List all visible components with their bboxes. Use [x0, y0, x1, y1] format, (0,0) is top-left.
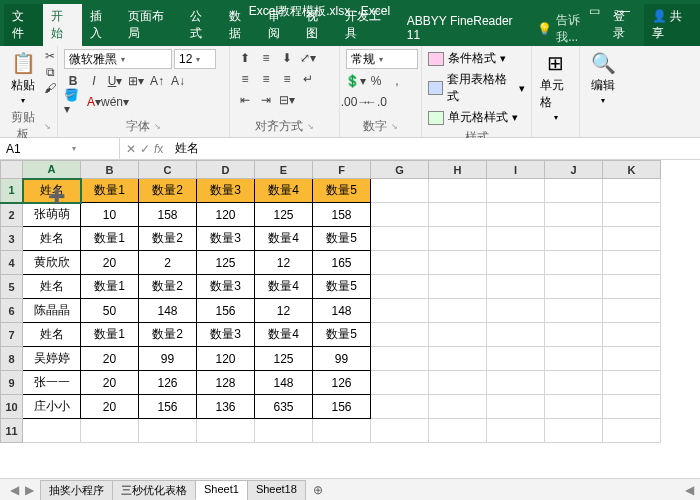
cell[interactable]: 数量4 [255, 227, 313, 251]
tell-me[interactable]: 💡告诉我... [531, 12, 605, 46]
col-header[interactable]: H [429, 161, 487, 179]
cell[interactable] [603, 179, 661, 203]
cell[interactable]: 数量5 [313, 275, 371, 299]
font-size-combo[interactable]: 12▾ [174, 49, 216, 69]
tab-abbyy[interactable]: ABBYY FineReader 11 [399, 10, 531, 46]
sheet-tab[interactable]: 抽奖小程序 [40, 480, 113, 500]
cell[interactable] [487, 179, 545, 203]
cell[interactable] [23, 419, 81, 443]
cell[interactable] [313, 419, 371, 443]
cell[interactable]: 数量5 [313, 179, 371, 203]
row-header[interactable]: 8 [1, 347, 23, 371]
cell[interactable] [545, 275, 603, 299]
col-header[interactable]: K [603, 161, 661, 179]
wrap-text-icon[interactable]: ↵ [299, 70, 317, 88]
cell[interactable]: 数量1 [81, 323, 139, 347]
cell[interactable] [487, 299, 545, 323]
chevron-down-icon[interactable]: ▾ [21, 96, 25, 105]
border-icon[interactable]: ⊞▾ [127, 72, 145, 90]
cell[interactable]: 数量2 [139, 227, 197, 251]
cell[interactable] [603, 203, 661, 227]
cell[interactable]: 20 [81, 347, 139, 371]
chevron-down-icon[interactable]: ▾ [379, 55, 383, 64]
cell[interactable] [603, 323, 661, 347]
chevron-down-icon[interactable]: ▾ [196, 55, 200, 64]
col-header[interactable]: C [139, 161, 197, 179]
row-header[interactable]: 4 [1, 251, 23, 275]
fx-icon[interactable]: fx [154, 142, 163, 156]
tab-layout[interactable]: 页面布局 [120, 4, 182, 46]
cell[interactable] [429, 419, 487, 443]
cell[interactable]: 50 [81, 299, 139, 323]
align-right-icon[interactable]: ≡ [278, 70, 296, 88]
tab-insert[interactable]: 插入 [82, 4, 121, 46]
cell[interactable]: 148 [255, 371, 313, 395]
align-bottom-icon[interactable]: ⬇ [278, 49, 296, 67]
col-header[interactable]: D [197, 161, 255, 179]
cell[interactable] [371, 179, 429, 203]
decrease-indent-icon[interactable]: ⇤ [236, 91, 254, 109]
cell[interactable]: 156 [313, 395, 371, 419]
copy-icon[interactable]: ⧉ [46, 65, 55, 79]
cell[interactable]: 148 [313, 299, 371, 323]
cell[interactable] [487, 371, 545, 395]
cell[interactable] [371, 347, 429, 371]
cell[interactable] [487, 203, 545, 227]
align-center-icon[interactable]: ≡ [257, 70, 275, 88]
dialog-launcher-icon[interactable]: ↘ [154, 122, 161, 131]
cell[interactable] [371, 203, 429, 227]
cell[interactable]: 数量3 [197, 179, 255, 203]
row-header[interactable]: 11 [1, 419, 23, 443]
cell[interactable]: 20 [81, 251, 139, 275]
cell[interactable]: 张萌萌 [23, 203, 81, 227]
cell[interactable]: 148 [139, 299, 197, 323]
sheet-tab[interactable]: Sheet1 [195, 480, 248, 500]
enter-formula-icon[interactable]: ✓ [140, 142, 150, 156]
login-button[interactable]: 登录 [605, 4, 644, 46]
cell[interactable]: 数量2 [139, 179, 197, 203]
cell[interactable] [487, 275, 545, 299]
increase-decimal-icon[interactable]: .00→ [346, 93, 364, 111]
cell[interactable]: 数量3 [197, 275, 255, 299]
cell[interactable] [429, 347, 487, 371]
cell[interactable]: 庄小小 [23, 395, 81, 419]
cell[interactable] [371, 227, 429, 251]
cell[interactable]: 数量3 [197, 227, 255, 251]
cell[interactable]: 125 [255, 203, 313, 227]
cell[interactable] [429, 371, 487, 395]
chevron-down-icon[interactable]: ▾ [554, 113, 558, 122]
col-header[interactable]: A [23, 161, 81, 179]
tab-home[interactable]: 开始 [43, 4, 82, 46]
cell[interactable]: 姓名 [23, 179, 81, 203]
cell[interactable] [429, 299, 487, 323]
cell[interactable]: 数量3 [197, 323, 255, 347]
align-left-icon[interactable]: ≡ [236, 70, 254, 88]
cell[interactable] [603, 371, 661, 395]
cell[interactable] [487, 347, 545, 371]
cell[interactable] [487, 395, 545, 419]
cell[interactable] [545, 323, 603, 347]
cell[interactable]: 吴婷婷 [23, 347, 81, 371]
cell[interactable]: 128 [197, 371, 255, 395]
cell[interactable] [371, 275, 429, 299]
cell[interactable]: 158 [313, 203, 371, 227]
cell[interactable]: 126 [313, 371, 371, 395]
col-header[interactable]: G [371, 161, 429, 179]
name-box-input[interactable] [6, 142, 66, 156]
cell[interactable] [545, 179, 603, 203]
row-header[interactable]: 3 [1, 227, 23, 251]
cell[interactable]: 数量4 [255, 275, 313, 299]
cell[interactable] [545, 251, 603, 275]
formula-bar[interactable] [169, 142, 700, 156]
cell[interactable]: 数量4 [255, 179, 313, 203]
cell[interactable]: 99 [139, 347, 197, 371]
cell[interactable] [545, 299, 603, 323]
cell[interactable] [603, 395, 661, 419]
font-name-combo[interactable]: 微软雅黑▾ [64, 49, 172, 69]
cell[interactable]: 156 [139, 395, 197, 419]
cell[interactable]: 数量1 [81, 179, 139, 203]
row-header[interactable]: 10 [1, 395, 23, 419]
cancel-formula-icon[interactable]: ✕ [126, 142, 136, 156]
paste-button[interactable]: 📋 粘贴 ▾ [6, 49, 40, 107]
cut-icon[interactable]: ✂ [45, 49, 55, 63]
